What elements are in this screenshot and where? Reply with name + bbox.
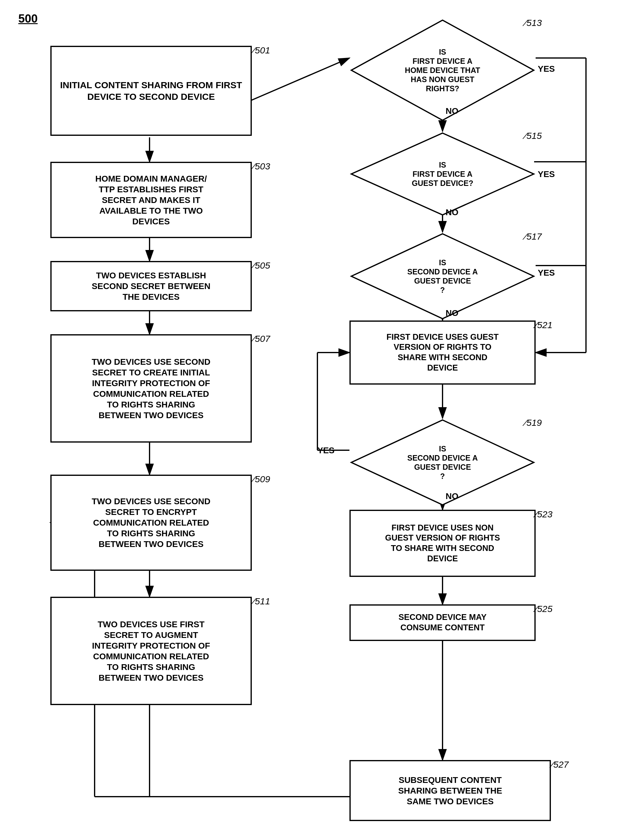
box-521: FIRST DEVICE USES GUESTVERSION OF RIGHTS… [349,320,536,385]
no-517: NO [446,308,458,318]
svg-line-8 [250,58,349,101]
ref-515: ⁄515 [525,131,542,141]
yes-519: YES [317,446,334,455]
diamond-513: ISFIRST DEVICE AHOME DEVICE THATHAS NON … [349,18,536,122]
no-515: NO [446,208,458,217]
no-513: NO [446,106,458,116]
ref-517: ⁄517 [525,231,542,242]
ref-513: ⁄513 [525,18,542,28]
box-523: FIRST DEVICE USES NONGUEST VERSION OF RI… [349,510,536,577]
yes-513: YES [538,64,555,74]
ref-523: ⁄523 [536,509,552,520]
ref-501: ⁄501 [253,45,270,56]
box-501: INITIAL CONTENT SHARING FROM FIRST DEVIC… [50,46,252,136]
ref-525: ⁄525 [536,604,552,614]
ref-527: ⁄527 [552,759,569,770]
ref-519: ⁄519 [525,418,542,428]
no-519: NO [446,491,458,501]
box-505: TWO DEVICES ESTABLISHSECOND SECRET BETWE… [50,261,252,311]
ref-503: ⁄503 [253,161,270,171]
diamond-519: ISSECOND DEVICE AGUEST DEVICE? [349,418,536,507]
box-509: TWO DEVICES USE SECONDSECRET TO ENCRYPTC… [50,475,252,571]
yes-517: YES [538,268,555,278]
ref-521: ⁄521 [536,320,552,330]
box-527: SUBSEQUENT CONTENTSHARING BETWEEN THESAM… [349,760,551,821]
diamond-515: ISFIRST DEVICE AGUEST DEVICE? [349,131,536,217]
ref-509: ⁄509 [253,474,270,485]
diagram-title: 500 [18,12,38,26]
box-503: HOME DOMAIN MANAGER/TTP ESTABLISHES FIRS… [50,162,252,238]
diamond-517: ISSECOND DEVICE AGUEST DEVICE? [349,232,536,320]
ref-511: ⁄511 [253,596,270,606]
yes-515: YES [538,170,555,179]
box-525: SECOND DEVICE MAYCONSUME CONTENT [349,604,536,641]
ref-507: ⁄507 [253,334,270,344]
box-511: TWO DEVICES USE FIRSTSECRET TO AUGMENTIN… [50,597,252,705]
diagram-container: 500 [0,0,640,840]
box-507: TWO DEVICES USE SECONDSECRET TO CREATE I… [50,334,252,443]
ref-505: ⁄505 [253,260,270,271]
